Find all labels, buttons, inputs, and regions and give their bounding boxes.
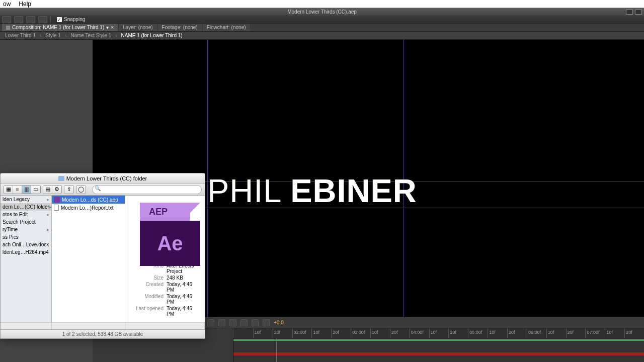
window-titlebar: Modern Lower Thirds (CC).aep — [0, 8, 644, 16]
file-item[interactable]: Modern Lo…)Report.txt — [52, 204, 125, 212]
composition-icon — [6, 26, 10, 30]
chevron-right-icon: ▸ — [47, 227, 49, 232]
metadata-row: CreatedToday, 4:46 PM — [130, 281, 200, 293]
finder-window: Modern Lower Thirds (CC) folder ▦ ≡ ▥ ▭ … — [0, 173, 205, 339]
workspace-icon[interactable] — [626, 10, 633, 15]
ruler-tick: 20f — [273, 328, 292, 338]
region-icon[interactable] — [229, 319, 236, 326]
view-icon-icon[interactable]: ▦ — [4, 186, 13, 194]
ruler-tick: 05:00f — [468, 328, 488, 338]
ruler-tick: 10f — [311, 328, 331, 338]
text-file-icon — [54, 205, 59, 211]
timeline-tracks[interactable] — [233, 338, 644, 362]
tab-flowchart[interactable]: Flowchart: (none) — [203, 24, 250, 31]
finder-preview-pane: AEP Ae NameModern Lower Thirds (CC).aepK… — [125, 196, 205, 322]
sidebar-item[interactable]: ldenLeg…H264.mp4 — [1, 248, 51, 256]
ruler-tick: 10f — [429, 328, 449, 338]
close-icon[interactable]: × — [111, 25, 114, 30]
hand-tool-icon[interactable] — [14, 16, 23, 23]
sidebar-item[interactable]: Search Project — [1, 218, 51, 226]
time-ruler[interactable]: 10f20f02:00f10f20f03:00f10f20f04:00f10f2… — [233, 328, 644, 338]
ruler-tick: 02:00f — [292, 328, 312, 338]
panel-tab-strip: Composition: NAME 1 (for Lower Third 1) … — [0, 24, 644, 32]
checkbox-icon: ✓ — [57, 17, 62, 22]
ruler-tick: 06:00f — [527, 328, 546, 338]
sidebar-item[interactable]: ryTime▸ — [1, 226, 51, 233]
crumb-current: NAME 1 (for Lower Third 1) — [121, 33, 183, 38]
playhead[interactable] — [276, 338, 277, 362]
view-list-icon[interactable]: ≡ — [13, 186, 22, 194]
tab-layer[interactable]: Layer: (none) — [119, 24, 156, 31]
sidebar-item[interactable]: ss Pics — [1, 233, 51, 241]
exposure-value[interactable]: +0.0 — [274, 320, 284, 325]
ruler-tick: 07:00f — [585, 328, 605, 338]
window-title: Modern Lower Thirds (CC).aep — [287, 9, 357, 15]
file-preview-icon: AEP Ae — [135, 203, 195, 240]
macos-menubar: ow Help — [0, 0, 644, 8]
work-area-bar[interactable] — [233, 339, 644, 341]
ruler-tick: 04:00f — [410, 328, 429, 338]
selection-tool-icon[interactable] — [2, 16, 11, 23]
folder-icon — [58, 176, 64, 181]
ruler-tick: 20f — [331, 328, 351, 338]
finder-titlebar[interactable]: Modern Lower Thirds (CC) folder — [1, 173, 205, 184]
layer-bar[interactable] — [233, 352, 644, 355]
ruler-tick: 20f — [566, 328, 586, 338]
metadata-row: Size248 KB — [130, 275, 200, 281]
crumb[interactable]: Lower Third 1 — [5, 33, 36, 38]
sidebar-item[interactable]: lden Legacy▸ — [1, 196, 51, 203]
gear-icon[interactable]: ⚙ — [52, 186, 61, 194]
ruler-tick: 10f — [370, 328, 390, 338]
app-toolbar: ✓ Snapping — [0, 16, 644, 24]
ruler-tick: 10f — [605, 328, 624, 338]
finder-sidebar-column: lden Legacy▸dern Lo…(CC) folder▸otos to … — [1, 196, 52, 322]
composition-breadcrumb: Lower Third 1‹ Style 1‹ Name Text Style … — [0, 32, 644, 40]
finder-scrollbar[interactable] — [1, 322, 205, 329]
crumb[interactable]: Name Text Style 1 — [70, 33, 111, 38]
ruler-tick: 03:00f — [351, 328, 370, 338]
aep-file-icon — [54, 197, 60, 203]
title-text-layer[interactable]: PHIL EBINER — [207, 172, 417, 210]
finder-toolbar: ▦ ≡ ▥ ▭ ▤ ⚙ ⇪ ◯ — [1, 184, 205, 196]
ruler-tick: 10f — [546, 328, 566, 338]
chevron-right-icon: ▸ — [47, 212, 49, 217]
share-icon[interactable]: ⇪ — [64, 186, 73, 194]
search-input[interactable] — [92, 185, 202, 194]
anchor-tool-icon[interactable] — [26, 16, 35, 23]
chevron-right-icon: ▸ — [47, 197, 49, 202]
ruler-tick: 10f — [253, 328, 273, 338]
toggle-mask-icon[interactable] — [218, 319, 225, 326]
ruler-tick: 20f — [624, 328, 644, 338]
dropdown-icon[interactable]: ▾ — [106, 25, 109, 30]
finder-status-bar: 1 of 2 selected, 538.48 GB available — [1, 329, 205, 338]
menu-help[interactable]: Help — [19, 1, 31, 8]
ruler-tick — [233, 328, 253, 338]
ruler-tick: 20f — [390, 328, 410, 338]
sidebar-item[interactable]: ach Onli…Love.docx — [1, 241, 51, 248]
chevron-right-icon: ▸ — [49, 204, 51, 210]
view-coverflow-icon[interactable]: ▭ — [31, 186, 40, 194]
snapping-toggle[interactable]: ✓ Snapping — [57, 17, 85, 22]
crumb[interactable]: Style 1 — [45, 33, 61, 38]
exposure-icon[interactable] — [263, 319, 270, 326]
3d-icon[interactable] — [252, 319, 259, 326]
file-item[interactable]: Modern Lo…ds (CC).aep — [52, 196, 125, 204]
ruler-tick: 20f — [448, 328, 468, 338]
view-column-icon[interactable]: ▥ — [22, 186, 31, 194]
ruler-tick: 10f — [488, 328, 507, 338]
tab-composition[interactable]: Composition: NAME 1 (for Lower Third 1) … — [2, 24, 118, 31]
tab-footage[interactable]: Footage: (none) — [158, 24, 202, 31]
arrange-icon[interactable]: ▤ — [43, 186, 52, 194]
transparency-icon[interactable] — [240, 319, 248, 326]
rotation-tool-icon[interactable] — [38, 16, 47, 23]
metadata-row: Last openedToday, 4:46 PM — [130, 305, 200, 317]
sidebar-item[interactable]: dern Lo…(CC) folder▸ — [1, 203, 51, 211]
tags-icon[interactable]: ◯ — [76, 186, 86, 194]
finder-file-column: Modern Lo…ds (CC).aepModern Lo…)Report.t… — [52, 196, 125, 322]
finder-search[interactable] — [92, 185, 202, 194]
search-icon[interactable] — [635, 10, 642, 15]
menu-window[interactable]: ow — [3, 1, 11, 8]
sidebar-item[interactable]: otos to Edit▸ — [1, 211, 51, 218]
ruler-tick: 20f — [507, 328, 527, 338]
grid-icon[interactable] — [207, 319, 214, 326]
